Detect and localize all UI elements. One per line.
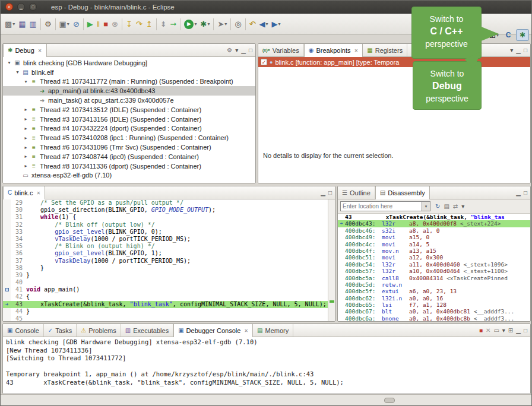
collapsed-expander-icon[interactable]: ▸ xyxy=(22,135,30,141)
disconnect-button[interactable]: ⊗ xyxy=(110,17,120,31)
editor-overview-ruler[interactable] xyxy=(328,199,335,321)
minimize-view-button[interactable]: ▁ xyxy=(241,47,246,53)
cpp-perspective-button[interactable]: C xyxy=(502,29,515,41)
editor-annotation-ruler[interactable] xyxy=(3,221,11,229)
debug-tree-item[interactable]: ▾▣blink checking [GDB Hardware Debugging… xyxy=(3,58,255,68)
bp-tab-registers[interactable]: ▦Registers xyxy=(363,44,407,56)
close-icon[interactable]: ✕ xyxy=(36,191,40,196)
external-tools-button[interactable]: ➤▾ xyxy=(216,17,229,31)
suspend-button[interactable]: ‖ xyxy=(95,17,102,31)
search-button[interactable]: ◎ xyxy=(233,17,243,31)
debug-perspective-button[interactable]: ✱ xyxy=(516,29,529,41)
debug-tab-debug[interactable]: ✱Debug✕ xyxy=(3,44,47,57)
overview-marker-current-line[interactable] xyxy=(330,300,334,303)
back-button[interactable]: ◀▾ xyxy=(258,17,270,31)
editor-annotation-ruler[interactable]: ➜ xyxy=(3,301,11,308)
console-tab-executables[interactable]: ▥Executables xyxy=(121,324,173,337)
expanded-expander-icon[interactable]: ▾ xyxy=(14,69,21,75)
remove-launch-icon[interactable]: ✕ xyxy=(486,328,490,334)
minimize-view-button[interactable]: ▁ xyxy=(516,328,521,334)
new-launch-config-button[interactable]: ▣▾ xyxy=(58,17,71,31)
debug-tree-item[interactable]: ▸≡Thread #8 1073411336 (dport) (Suspende… xyxy=(3,161,255,171)
save-button[interactable]: ▦ xyxy=(17,17,27,31)
disasm-menu-icon[interactable]: ▾ xyxy=(461,204,464,210)
collapsed-expander-icon[interactable]: ▸ xyxy=(22,163,30,169)
console-tab-memory[interactable]: ▤Memory xyxy=(253,324,293,337)
open-console-icon[interactable]: ⊞ xyxy=(508,328,513,334)
close-icon[interactable]: ✕ xyxy=(38,48,42,53)
window-maximize-button[interactable]: □ xyxy=(29,3,37,11)
skip-all-breakpoints-button[interactable]: ⊘ xyxy=(71,17,81,31)
maximize-view-button[interactable]: □ xyxy=(249,47,252,53)
drop-to-frame-button[interactable]: ⇟ xyxy=(159,17,169,31)
editor-annotation-ruler[interactable] xyxy=(3,199,11,207)
build-button[interactable]: ⚙ xyxy=(43,17,53,31)
terminate-button[interactable]: ■ xyxy=(102,17,110,31)
console-tab-problems[interactable]: ⚠Problems xyxy=(77,324,121,337)
debug-tree-item[interactable]: ▭xtensa-esp32-elf-gdb (7.10) xyxy=(3,171,255,180)
editor-tab-blink-c[interactable]: Cblink.c✕ xyxy=(3,186,45,199)
forward-button[interactable]: ▶▾ xyxy=(270,17,283,31)
step-return-button[interactable]: ↥ xyxy=(144,17,154,31)
collapsed-expander-icon[interactable]: ▸ xyxy=(22,145,30,150)
bp-tab-variables[interactable]: (x)=Variables xyxy=(258,44,304,56)
close-icon[interactable]: ✕ xyxy=(354,48,359,53)
debug-tree-item[interactable]: ▸≡Thread #7 1073408744 (ipc0) (Suspended… xyxy=(3,152,255,161)
editor-annotation-ruler[interactable] xyxy=(3,265,11,272)
disasm-refresh-icon[interactable]: ↻ xyxy=(435,204,440,210)
debug-view-settings-icon[interactable]: ⚙ xyxy=(227,47,232,53)
disasm-tab-outline[interactable]: ☰Outline xyxy=(338,186,375,199)
debug-view-menu-icon[interactable]: ▾ xyxy=(235,47,238,53)
debug-tree-item[interactable]: ➜app_main() at blink.c:43 0x400dbc43 xyxy=(3,86,255,96)
editor-annotation-ruler[interactable] xyxy=(3,214,11,221)
disasm-sync-icon[interactable]: ⇄ xyxy=(453,204,458,210)
disasm-show-source-icon[interactable]: ▤ xyxy=(444,204,449,210)
editor-annotation-ruler[interactable] xyxy=(3,250,11,257)
debug-tree-item[interactable]: ➜main_task() at cpu_start.c:339 0x400d05… xyxy=(3,96,255,105)
editor-annotation-ruler[interactable] xyxy=(3,315,11,321)
location-input[interactable] xyxy=(340,201,422,211)
console-output[interactable]: blink checking [GDB Hardware Debugging] … xyxy=(3,337,530,394)
display-console-icon[interactable]: ▾ xyxy=(502,328,505,334)
step-into-button[interactable]: ↧ xyxy=(124,17,134,31)
breakpoints-view-menu-icon[interactable]: ▾ xyxy=(510,47,513,53)
minimize-view-button[interactable]: ▁ xyxy=(516,190,521,196)
debug-tree-item[interactable]: ▸≡Thread #4 1073432224 (dport) (Suspende… xyxy=(3,124,255,134)
editor-annotation-ruler[interactable] xyxy=(3,207,11,214)
collapsed-expander-icon[interactable]: ▸ xyxy=(22,107,30,112)
save-all-button[interactable]: ▥ xyxy=(28,17,39,31)
close-icon[interactable]: ✕ xyxy=(244,328,248,334)
debug-tree-item[interactable]: ▸≡Thread #5 1073410208 (ipc1 : Running) … xyxy=(3,133,255,142)
breakpoint-checkbox[interactable]: ✓ xyxy=(261,59,267,65)
debug-tree-item[interactable]: ▾▤blink.elf xyxy=(3,68,255,77)
debug-tree-item[interactable]: ▸≡Thread #3 1073413156 (IDLE) (Suspended… xyxy=(3,115,255,124)
collapsed-expander-icon[interactable]: ▸ xyxy=(22,154,30,159)
disassembly-content[interactable]: 43 xTaskCreate(&blink_task, "blink_tas➜4… xyxy=(338,214,530,321)
window-minimize-button[interactable]: ▁ xyxy=(17,3,25,11)
debug-button[interactable]: ✱▾ xyxy=(198,17,211,31)
editor-annotation-ruler[interactable] xyxy=(3,229,11,236)
editor-content[interactable]: 29 /* Set the GPIO as a push/pull output… xyxy=(3,199,328,321)
debug-tree-item[interactable]: ▸≡Thread #6 1073431096 (Tmr Svc) (Suspen… xyxy=(3,142,255,152)
console-tab-console[interactable]: ▣Console xyxy=(3,324,44,337)
collapsed-expander-icon[interactable]: ▸ xyxy=(22,126,30,131)
maximize-view-button[interactable]: □ xyxy=(524,190,527,196)
maximize-view-button[interactable]: □ xyxy=(524,47,527,53)
maximize-view-button[interactable]: □ xyxy=(524,328,527,334)
expanded-expander-icon[interactable]: ▾ xyxy=(22,79,30,84)
last-edit-location-button[interactable]: ↶ xyxy=(248,17,258,31)
clear-console-icon[interactable]: ▭ xyxy=(493,328,499,334)
debug-tree-item[interactable]: ▾≡Thread #1 1073411772 (main : Running) … xyxy=(3,77,255,87)
editor-annotation-ruler[interactable] xyxy=(3,279,11,286)
disasm-tab-disassembly[interactable]: ▤Disassembly xyxy=(375,186,430,199)
resume-button[interactable]: ▶ xyxy=(86,17,95,31)
console-tab-tasks[interactable]: ✓Tasks xyxy=(44,324,77,337)
editor-annotation-ruler[interactable] xyxy=(3,258,11,265)
editor-annotation-ruler[interactable] xyxy=(3,293,11,300)
new-wizard-button[interactable]: ▩▾ xyxy=(3,17,17,31)
breakpoint-row[interactable]: ✓●blink.c [function: app_main] [type: Te… xyxy=(258,57,530,67)
debug-tree-item[interactable]: ▸≡Thread #2 1073413512 (IDLE) (Suspended… xyxy=(3,105,255,115)
collapsed-expander-icon[interactable]: ▸ xyxy=(22,116,30,122)
window-close-button[interactable]: ✕ xyxy=(5,3,13,11)
editor-annotation-ruler[interactable] xyxy=(3,236,11,243)
